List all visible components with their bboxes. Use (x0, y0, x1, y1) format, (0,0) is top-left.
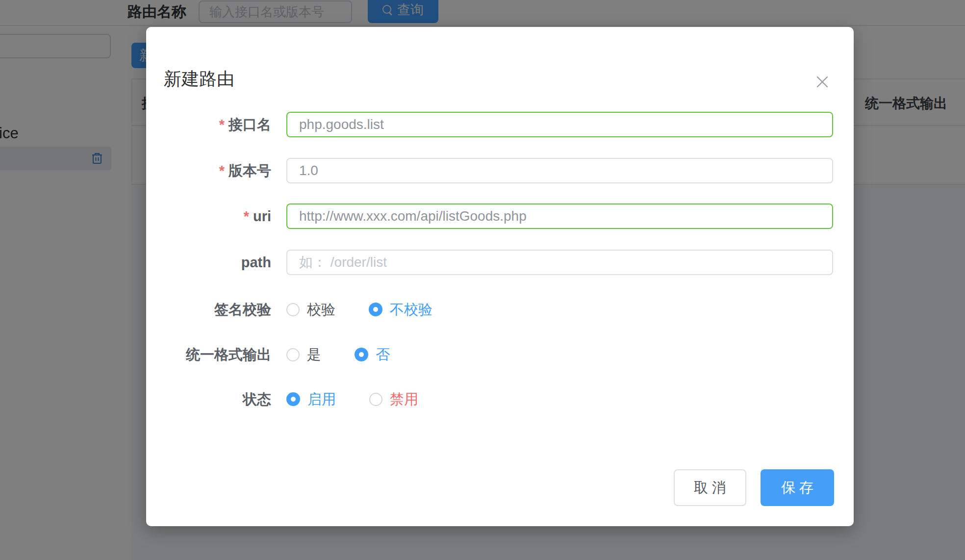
cancel-button[interactable]: 取 消 (674, 469, 746, 506)
path-label: path (146, 250, 271, 275)
signature-check-label: 签名校验 (146, 302, 271, 317)
required-mark: * (219, 163, 225, 178)
radio-circle[interactable] (369, 393, 382, 406)
required-mark: * (244, 208, 249, 224)
field-row-path: path (146, 250, 854, 275)
path-input[interactable] (286, 250, 833, 275)
field-row-version: *版本号 (146, 158, 854, 183)
radio-no-check[interactable]: 不校验 (369, 302, 432, 317)
screen: 路由名称 查询 ice 新建 接口名 统一 (0, 0, 965, 560)
radio-enable[interactable]: 启用 (286, 391, 336, 407)
radio-disable[interactable]: 禁用 (369, 391, 418, 407)
radio-circle-checked[interactable] (369, 303, 382, 316)
field-row-uri: *uri (146, 204, 854, 229)
radio-row-signature-check: 签名校验 校验 不校验 (146, 302, 854, 317)
radio-row-unified-output: 统一格式输出 是 否 (146, 347, 854, 362)
interface-name-label: *接口名 (146, 112, 271, 137)
version-label: *版本号 (146, 158, 271, 183)
close-icon[interactable] (813, 72, 832, 92)
unified-output-label: 统一格式输出 (146, 347, 271, 362)
save-button[interactable]: 保 存 (761, 469, 834, 506)
radio-check[interactable]: 校验 (286, 302, 335, 317)
field-row-interface-name: *接口名 (146, 112, 854, 137)
modal-title: 新建路由 (164, 67, 234, 91)
radio-row-status: 状态 启用 禁用 (146, 391, 854, 407)
radio-circle-checked[interactable] (355, 348, 368, 361)
signature-check-options: 校验 不校验 (286, 302, 466, 317)
radio-no[interactable]: 否 (355, 347, 390, 362)
required-mark: * (219, 117, 225, 132)
status-label: 状态 (146, 391, 271, 407)
interface-name-input[interactable] (286, 112, 833, 137)
unified-output-options: 是 否 (286, 347, 423, 362)
uri-label: *uri (146, 204, 271, 229)
create-route-modal: 新建路由 *接口名 *版本号 *uri path (146, 27, 854, 526)
radio-yes[interactable]: 是 (286, 347, 321, 362)
radio-circle-checked[interactable] (286, 392, 300, 406)
radio-circle[interactable] (286, 303, 300, 316)
status-options: 启用 禁用 (286, 391, 452, 407)
radio-circle[interactable] (286, 348, 300, 361)
version-input[interactable] (286, 158, 833, 183)
uri-input[interactable] (286, 204, 833, 229)
